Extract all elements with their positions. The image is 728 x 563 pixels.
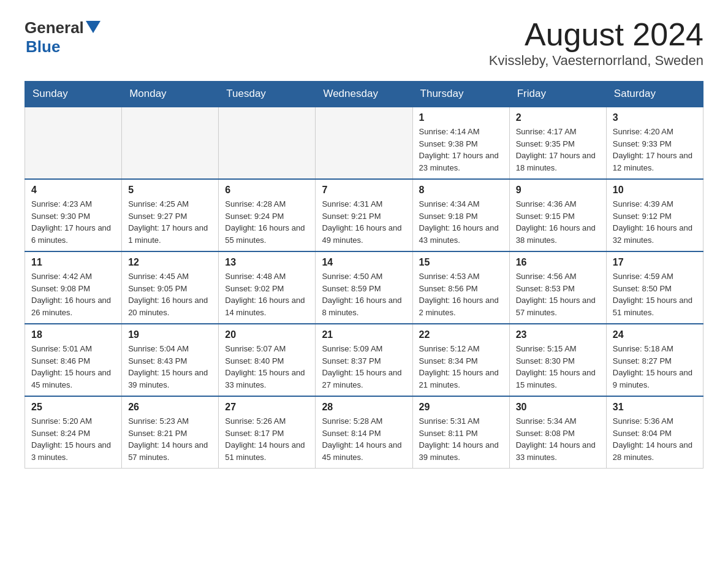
day-number: 19 xyxy=(128,329,212,340)
column-header-tuesday: Tuesday xyxy=(219,82,316,107)
day-number: 10 xyxy=(613,185,697,196)
month-title: August 2024 xyxy=(489,18,703,50)
calendar-cell: 27Sunrise: 5:26 AM Sunset: 8:17 PM Dayli… xyxy=(219,396,316,469)
calendar-cell: 28Sunrise: 5:28 AM Sunset: 8:14 PM Dayli… xyxy=(316,396,412,469)
day-info: Sunrise: 4:23 AM Sunset: 9:30 PM Dayligh… xyxy=(31,198,115,246)
calendar-cell: 21Sunrise: 5:09 AM Sunset: 8:37 PM Dayli… xyxy=(316,324,412,396)
day-number: 4 xyxy=(31,185,115,196)
calendar-cell: 18Sunrise: 5:01 AM Sunset: 8:46 PM Dayli… xyxy=(25,324,122,396)
day-number: 18 xyxy=(31,329,115,340)
day-info: Sunrise: 5:28 AM Sunset: 8:14 PM Dayligh… xyxy=(322,415,406,463)
day-number: 12 xyxy=(128,257,212,268)
logo: General Blue xyxy=(25,18,100,56)
column-header-sunday: Sunday xyxy=(25,82,122,107)
day-number: 11 xyxy=(31,257,115,268)
calendar-cell: 17Sunrise: 4:59 AM Sunset: 8:50 PM Dayli… xyxy=(606,251,703,324)
day-number: 29 xyxy=(419,402,503,413)
day-info: Sunrise: 5:26 AM Sunset: 8:17 PM Dayligh… xyxy=(225,415,309,463)
day-info: Sunrise: 4:45 AM Sunset: 9:05 PM Dayligh… xyxy=(128,270,212,318)
day-info: Sunrise: 4:25 AM Sunset: 9:27 PM Dayligh… xyxy=(128,198,212,246)
calendar-cell: 31Sunrise: 5:36 AM Sunset: 8:04 PM Dayli… xyxy=(606,396,703,469)
calendar-cell xyxy=(316,107,412,179)
week-row-3: 11Sunrise: 4:42 AM Sunset: 9:08 PM Dayli… xyxy=(25,251,703,324)
day-info: Sunrise: 5:23 AM Sunset: 8:21 PM Dayligh… xyxy=(128,415,212,463)
day-info: Sunrise: 5:07 AM Sunset: 8:40 PM Dayligh… xyxy=(225,343,309,391)
calendar-cell: 14Sunrise: 4:50 AM Sunset: 8:59 PM Dayli… xyxy=(316,251,412,324)
day-number: 8 xyxy=(419,185,503,196)
page-header: General Blue August 2024 Kvissleby, Vaes… xyxy=(25,18,703,69)
calendar-cell: 2Sunrise: 4:17 AM Sunset: 9:35 PM Daylig… xyxy=(509,107,606,179)
column-header-saturday: Saturday xyxy=(606,82,703,107)
calendar-cell xyxy=(219,107,316,179)
day-number: 2 xyxy=(516,112,600,123)
day-number: 22 xyxy=(419,329,503,340)
day-number: 1 xyxy=(419,112,503,123)
day-number: 7 xyxy=(322,185,406,196)
calendar-table: SundayMondayTuesdayWednesdayThursdayFrid… xyxy=(25,81,703,469)
day-info: Sunrise: 4:20 AM Sunset: 9:33 PM Dayligh… xyxy=(613,126,697,174)
column-header-friday: Friday xyxy=(509,82,606,107)
day-number: 28 xyxy=(322,402,406,413)
day-info: Sunrise: 4:53 AM Sunset: 8:56 PM Dayligh… xyxy=(419,270,503,318)
day-number: 26 xyxy=(128,402,212,413)
day-number: 9 xyxy=(516,185,600,196)
day-info: Sunrise: 4:48 AM Sunset: 9:02 PM Dayligh… xyxy=(225,270,309,318)
calendar-cell: 11Sunrise: 4:42 AM Sunset: 9:08 PM Dayli… xyxy=(25,251,122,324)
column-header-monday: Monday xyxy=(122,82,219,107)
calendar-cell: 22Sunrise: 5:12 AM Sunset: 8:34 PM Dayli… xyxy=(412,324,509,396)
day-info: Sunrise: 4:56 AM Sunset: 8:53 PM Dayligh… xyxy=(516,270,600,318)
day-info: Sunrise: 5:01 AM Sunset: 8:46 PM Dayligh… xyxy=(31,343,115,391)
week-row-5: 25Sunrise: 5:20 AM Sunset: 8:24 PM Dayli… xyxy=(25,396,703,469)
day-number: 31 xyxy=(613,402,697,413)
location-subtitle: Kvissleby, Vaesternorrland, Sweden xyxy=(489,53,703,69)
day-number: 30 xyxy=(516,402,600,413)
day-info: Sunrise: 5:04 AM Sunset: 8:43 PM Dayligh… xyxy=(128,343,212,391)
day-number: 6 xyxy=(225,185,309,196)
week-row-1: 1Sunrise: 4:14 AM Sunset: 9:38 PM Daylig… xyxy=(25,107,703,179)
calendar-cell: 26Sunrise: 5:23 AM Sunset: 8:21 PM Dayli… xyxy=(122,396,219,469)
logo-general-text: General xyxy=(25,18,84,37)
day-info: Sunrise: 5:12 AM Sunset: 8:34 PM Dayligh… xyxy=(419,343,503,391)
calendar-cell: 3Sunrise: 4:20 AM Sunset: 9:33 PM Daylig… xyxy=(606,107,703,179)
calendar-cell: 1Sunrise: 4:14 AM Sunset: 9:38 PM Daylig… xyxy=(412,107,509,179)
calendar-cell: 10Sunrise: 4:39 AM Sunset: 9:12 PM Dayli… xyxy=(606,179,703,251)
header-right: August 2024 Kvissleby, Vaesternorrland, … xyxy=(489,18,703,69)
day-info: Sunrise: 4:59 AM Sunset: 8:50 PM Dayligh… xyxy=(613,270,697,318)
day-info: Sunrise: 5:20 AM Sunset: 8:24 PM Dayligh… xyxy=(31,415,115,463)
day-info: Sunrise: 4:50 AM Sunset: 8:59 PM Dayligh… xyxy=(322,270,406,318)
calendar-cell: 29Sunrise: 5:31 AM Sunset: 8:11 PM Dayli… xyxy=(412,396,509,469)
day-info: Sunrise: 4:42 AM Sunset: 9:08 PM Dayligh… xyxy=(31,270,115,318)
calendar-cell: 12Sunrise: 4:45 AM Sunset: 9:05 PM Dayli… xyxy=(122,251,219,324)
calendar-cell: 19Sunrise: 5:04 AM Sunset: 8:43 PM Dayli… xyxy=(122,324,219,396)
day-number: 21 xyxy=(322,329,406,340)
column-header-thursday: Thursday xyxy=(412,82,509,107)
calendar-cell: 8Sunrise: 4:34 AM Sunset: 9:18 PM Daylig… xyxy=(412,179,509,251)
logo-blue-text: Blue xyxy=(26,37,60,56)
day-number: 27 xyxy=(225,402,309,413)
calendar-cell: 16Sunrise: 4:56 AM Sunset: 8:53 PM Dayli… xyxy=(509,251,606,324)
calendar-cell: 6Sunrise: 4:28 AM Sunset: 9:24 PM Daylig… xyxy=(219,179,316,251)
day-info: Sunrise: 4:39 AM Sunset: 9:12 PM Dayligh… xyxy=(613,198,697,246)
calendar-cell: 23Sunrise: 5:15 AM Sunset: 8:30 PM Dayli… xyxy=(509,324,606,396)
day-info: Sunrise: 5:09 AM Sunset: 8:37 PM Dayligh… xyxy=(322,343,406,391)
day-number: 23 xyxy=(516,329,600,340)
day-number: 15 xyxy=(419,257,503,268)
day-info: Sunrise: 4:17 AM Sunset: 9:35 PM Dayligh… xyxy=(516,126,600,174)
day-number: 16 xyxy=(516,257,600,268)
calendar-cell xyxy=(122,107,219,179)
week-row-2: 4Sunrise: 4:23 AM Sunset: 9:30 PM Daylig… xyxy=(25,179,703,251)
day-number: 25 xyxy=(31,402,115,413)
day-info: Sunrise: 5:31 AM Sunset: 8:11 PM Dayligh… xyxy=(419,415,503,463)
calendar-cell: 24Sunrise: 5:18 AM Sunset: 8:27 PM Dayli… xyxy=(606,324,703,396)
day-number: 14 xyxy=(322,257,406,268)
calendar-header-row: SundayMondayTuesdayWednesdayThursdayFrid… xyxy=(25,82,703,107)
calendar-cell: 20Sunrise: 5:07 AM Sunset: 8:40 PM Dayli… xyxy=(219,324,316,396)
day-info: Sunrise: 5:15 AM Sunset: 8:30 PM Dayligh… xyxy=(516,343,600,391)
calendar-cell xyxy=(25,107,122,179)
day-info: Sunrise: 4:31 AM Sunset: 9:21 PM Dayligh… xyxy=(322,198,406,246)
day-number: 17 xyxy=(613,257,697,268)
day-info: Sunrise: 5:36 AM Sunset: 8:04 PM Dayligh… xyxy=(613,415,697,463)
calendar-cell: 30Sunrise: 5:34 AM Sunset: 8:08 PM Dayli… xyxy=(509,396,606,469)
day-info: Sunrise: 4:28 AM Sunset: 9:24 PM Dayligh… xyxy=(225,198,309,246)
calendar-cell: 7Sunrise: 4:31 AM Sunset: 9:21 PM Daylig… xyxy=(316,179,412,251)
